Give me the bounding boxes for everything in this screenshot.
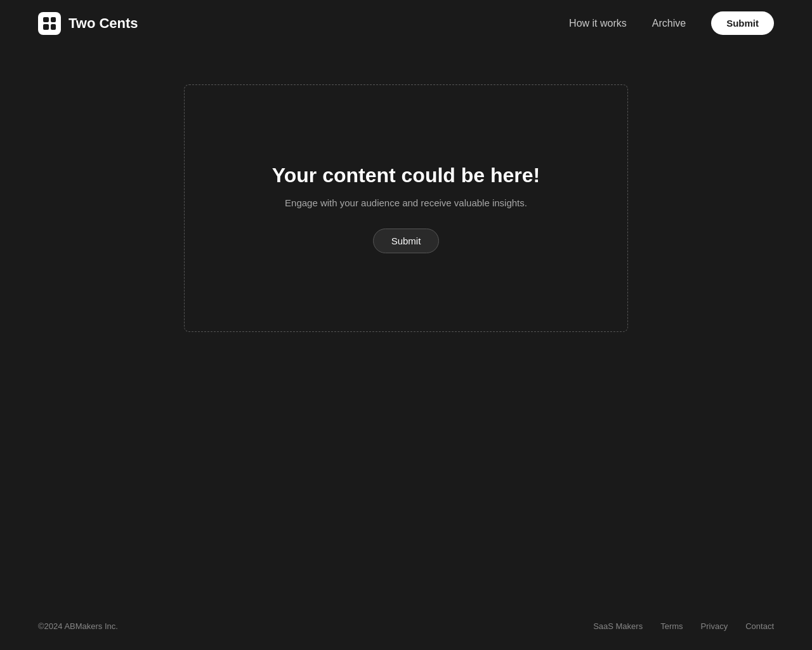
logo-dot-4	[51, 24, 56, 30]
nav-archive[interactable]: Archive	[652, 18, 686, 29]
footer-link-contact[interactable]: Contact	[745, 621, 774, 631]
logo-dot-2	[51, 17, 56, 23]
footer-link-saas-makers[interactable]: SaaS Makers	[593, 621, 643, 631]
logo-icon-grid	[43, 17, 56, 30]
footer-link-terms[interactable]: Terms	[660, 621, 683, 631]
logo-dot-1	[43, 17, 49, 23]
card-submit-button[interactable]: Submit	[373, 229, 440, 253]
app-name: Two Cents	[69, 15, 138, 32]
nav-links: How it works Archive Submit	[569, 11, 774, 35]
footer: ©2024 ABMakers Inc. SaaS Makers Terms Pr…	[0, 602, 812, 650]
logo-dot-3	[43, 24, 49, 30]
footer-link-privacy[interactable]: Privacy	[701, 621, 728, 631]
footer-copyright: ©2024 ABMakers Inc.	[38, 621, 118, 631]
nav-submit-button[interactable]: Submit	[711, 11, 774, 35]
footer-links: SaaS Makers Terms Privacy Contact	[593, 621, 774, 631]
navbar: Two Cents How it works Archive Submit	[0, 0, 812, 46]
nav-how-it-works[interactable]: How it works	[569, 18, 627, 29]
logo-area[interactable]: Two Cents	[38, 12, 138, 35]
main-content: Your content could be here! Engage with …	[0, 46, 812, 370]
card-heading: Your content could be here!	[272, 164, 540, 187]
content-card: Your content could be here! Engage with …	[184, 84, 628, 332]
card-subtext: Engage with your audience and receive va…	[285, 197, 527, 208]
logo-icon	[38, 12, 61, 35]
